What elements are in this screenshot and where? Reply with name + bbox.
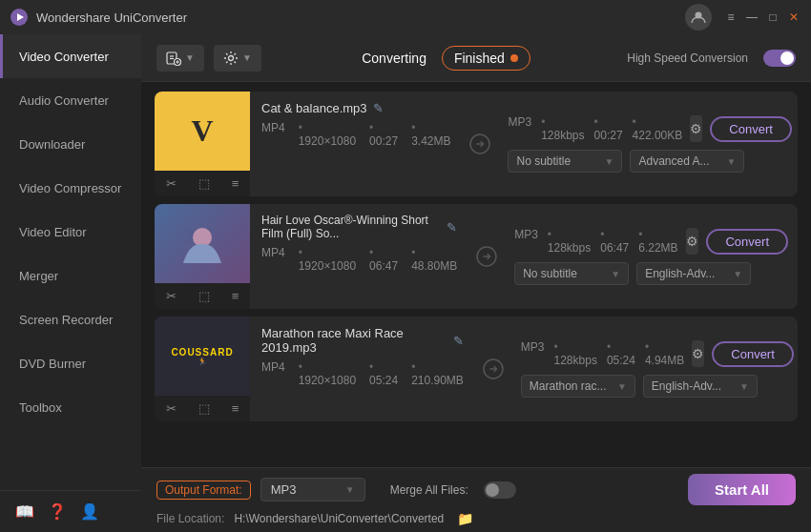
thumb-actions-1: ✂ ⬚ ≡	[155, 171, 250, 196]
list-icon[interactable]: ≡	[228, 174, 243, 193]
profile-icon[interactable]: 👤	[80, 502, 99, 521]
output-bottom-3: Marathon rac... ▼ English-Adv... ▼	[521, 375, 788, 398]
thumb-actions-2: ✂ ⬚ ≡	[155, 283, 250, 309]
tab-converting[interactable]: Converting	[348, 45, 440, 72]
arrow-icon-1	[462, 92, 498, 196]
list-icon-2[interactable]: ≡	[228, 287, 243, 305]
output-top-3: MP3 128kbps 05:24 4.94MB ⚙ Convert	[521, 340, 788, 367]
adv-select-3[interactable]: English-Adv... ▼	[643, 375, 758, 398]
tab-finished[interactable]: Finished	[442, 46, 530, 71]
window-controls[interactable]: ≡ — □ ✕	[723, 10, 801, 25]
minimize-icon[interactable]: —	[744, 10, 759, 25]
sidebar-label-video-editor: Video Editor	[19, 225, 87, 239]
trim-icon[interactable]: ✂	[162, 174, 180, 193]
sidebar-item-screen-recorder[interactable]: Screen Recorder	[0, 297, 141, 341]
gear-button-3[interactable]: ⚙	[692, 340, 704, 367]
sidebar-label-downloader: Downloader	[19, 137, 85, 152]
gear-button-1[interactable]: ⚙	[690, 115, 702, 142]
convert-button-1[interactable]: Convert	[710, 116, 792, 142]
file-info-1: Cat & balance.mp3 ✎ MP4 1920×1080 00:27 …	[250, 92, 462, 196]
output-meta-1: MP3 128kbps 00:27 422.00KB	[508, 115, 682, 142]
high-speed-toggle[interactable]	[763, 50, 796, 67]
close-icon[interactable]: ✕	[786, 10, 801, 25]
thumb-actions-3: ✂ ⬚ ≡	[155, 396, 250, 421]
file-meta-2: MP4 1920×1080 06:47 48.80MB	[261, 246, 457, 273]
trim-icon-3[interactable]: ✂	[162, 399, 180, 418]
sidebar-label-audio-converter: Audio Converter	[19, 93, 109, 108]
file-thumb-2: ✂ ⬚ ≡	[155, 204, 250, 309]
sidebar-label-merger: Merger	[19, 269, 58, 283]
subtitle-select-1[interactable]: No subtitle ▼	[508, 150, 622, 173]
convert-button-3[interactable]: Convert	[712, 341, 794, 367]
arrow-icon-2	[468, 204, 505, 309]
edit-icon-1[interactable]: ✎	[373, 101, 384, 115]
trim-icon-2[interactable]: ✂	[162, 287, 180, 305]
gear-button-2[interactable]: ⚙	[686, 228, 699, 255]
file-output-3: MP3 128kbps 05:24 4.94MB ⚙ Convert Marat…	[511, 317, 798, 421]
file-thumb-1: V ✂ ⬚ ≡	[155, 92, 250, 196]
edit-icon-2[interactable]: ✎	[447, 220, 457, 235]
file-name-1: Cat & balance.mp3 ✎	[261, 101, 450, 115]
output-top-2: MP3 128kbps 06:47 6.22MB ⚙ Convert	[514, 228, 788, 255]
file-output-1: MP3 128kbps 00:27 422.00KB ⚙ Convert No …	[498, 92, 798, 196]
crop-icon-3[interactable]: ⬚	[195, 399, 214, 418]
question-icon[interactable]: ❓	[48, 502, 67, 521]
user-avatar[interactable]	[685, 4, 712, 31]
sidebar-item-audio-converter[interactable]: Audio Converter	[0, 78, 141, 122]
adv-arrow-1: ▼	[727, 156, 737, 167]
adv-arrow-3: ▼	[739, 381, 749, 392]
sidebar-label-screen-recorder: Screen Recorder	[19, 313, 113, 327]
sidebar-label-toolbox: Toolbox	[19, 400, 62, 415]
app-body: Video Converter Audio Converter Download…	[0, 34, 811, 532]
subtitle-select-2[interactable]: No subtitle ▼	[514, 262, 629, 285]
sidebar-item-dvd-burner[interactable]: DVD Burner	[0, 341, 141, 385]
format-select[interactable]: MP3 ▼	[260, 478, 365, 501]
settings-chevron: ▼	[242, 52, 252, 63]
convert-button-2[interactable]: Convert	[706, 229, 788, 255]
help-book-icon[interactable]: 📖	[15, 502, 34, 521]
bottom-row-1: Output Format: MP3 ▼ Merge All Files: St…	[156, 474, 796, 505]
app-title: Wondershare UniConverter	[36, 10, 685, 25]
adv-select-2[interactable]: English-Adv... ▼	[636, 262, 751, 285]
finished-dot	[510, 54, 518, 62]
app-logo	[10, 8, 29, 27]
sidebar-item-video-converter[interactable]: Video Converter	[0, 34, 141, 78]
subtitle-select-3[interactable]: Marathon rac... ▼	[521, 375, 635, 398]
folder-icon[interactable]: 📁	[457, 511, 473, 526]
adv-select-1[interactable]: Advanced A... ▼	[630, 150, 744, 173]
settings-button[interactable]: ▼	[214, 45, 261, 72]
format-select-arrow: ▼	[345, 484, 355, 495]
file-location-path: H:\Wondershare\UniConverter\Converted	[234, 512, 444, 525]
toolbar: ▼ ▼ Converting Finished High S	[141, 34, 811, 82]
sidebar-item-video-editor[interactable]: Video Editor	[0, 210, 141, 254]
crop-icon[interactable]: ⬚	[195, 174, 214, 193]
menu-icon[interactable]: ≡	[723, 10, 738, 25]
list-icon-3[interactable]: ≡	[228, 399, 243, 418]
sidebar-item-merger[interactable]: Merger	[0, 254, 141, 297]
edit-icon-3[interactable]: ✎	[453, 334, 464, 348]
add-file-button[interactable]: ▼	[156, 45, 204, 72]
thumb-preview-2	[155, 204, 250, 283]
file-info-2: Hair Love Oscar®-Winning Short Film (Ful…	[250, 204, 468, 309]
tab-group: Converting Finished	[348, 45, 530, 72]
crop-icon-2[interactable]: ⬚	[195, 287, 214, 305]
arrow-icon-3	[475, 317, 511, 421]
maximize-icon[interactable]: □	[765, 10, 780, 25]
output-format-label: Output Format:	[156, 481, 251, 500]
sidebar-label-video-compressor: Video Compressor	[19, 181, 121, 195]
sidebar-item-downloader[interactable]: Downloader	[0, 122, 141, 166]
output-bottom-2: No subtitle ▼ English-Adv... ▼	[514, 262, 788, 285]
start-all-button[interactable]: Start All	[688, 474, 796, 505]
bottom-row-2: File Location: H:\Wondershare\UniConvert…	[156, 511, 796, 526]
file-list: V ✂ ⬚ ≡ Cat & balance.mp3 ✎ MP4	[141, 82, 811, 467]
sidebar-label-video-converter: Video Converter	[19, 50, 109, 64]
file-name-3: Marathon race Maxi Race 2019.mp3 ✎	[261, 326, 464, 355]
sidebar-item-video-compressor[interactable]: Video Compressor	[0, 166, 141, 210]
subtitle-arrow-3: ▼	[617, 381, 627, 392]
merge-toggle[interactable]	[484, 481, 516, 499]
main-content: ▼ ▼ Converting Finished High S	[141, 34, 811, 532]
file-info-3: Marathon race Maxi Race 2019.mp3 ✎ MP4 1…	[250, 317, 475, 421]
thumb-preview-1: V	[155, 92, 250, 171]
sidebar-label-dvd-burner: DVD Burner	[19, 357, 86, 371]
sidebar-item-toolbox[interactable]: Toolbox	[0, 385, 141, 429]
